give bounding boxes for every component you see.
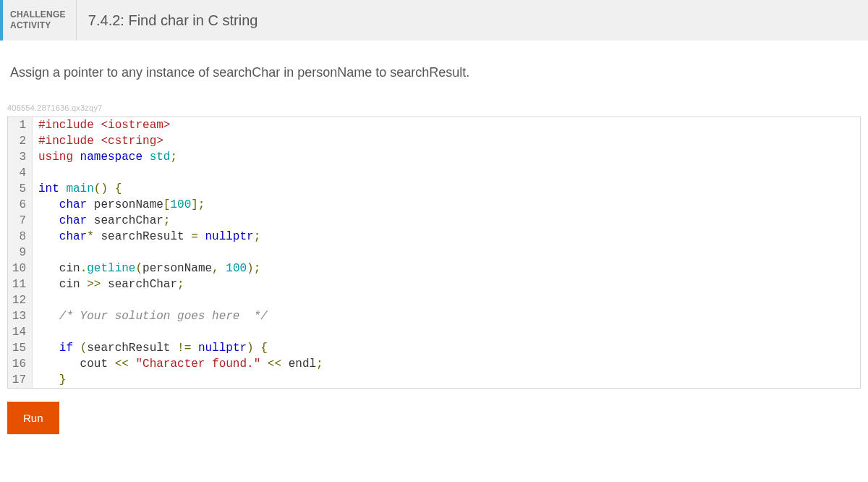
instructions-text: Assign a pointer to any instance of sear… bbox=[0, 41, 868, 103]
code-content[interactable]: cout << "Character found." << endl; bbox=[33, 356, 323, 372]
badge-line1: CHALLENGE bbox=[10, 9, 66, 20]
line-number: 9 bbox=[8, 245, 33, 261]
code-content[interactable] bbox=[33, 165, 38, 181]
code-content[interactable]: cin.getline(personName, 100); bbox=[33, 261, 260, 276]
code-line[interactable]: 14 bbox=[8, 324, 860, 340]
line-number: 14 bbox=[8, 324, 33, 340]
activity-title: 7.4.2: Find char in C string bbox=[77, 0, 258, 41]
code-line[interactable]: 10 cin.getline(personName, 100); bbox=[8, 261, 860, 276]
line-number: 6 bbox=[8, 197, 33, 213]
run-button[interactable]: Run bbox=[7, 402, 59, 434]
code-content[interactable]: char searchChar; bbox=[33, 213, 170, 229]
code-content[interactable]: int main() { bbox=[33, 181, 122, 197]
question-hash: 406554.2871636.qx3zqy7 bbox=[0, 103, 868, 117]
activity-container: CHALLENGE ACTIVITY 7.4.2: Find char in C… bbox=[0, 0, 868, 434]
code-content[interactable]: /* Your solution goes here */ bbox=[33, 308, 268, 324]
code-content[interactable]: #include <cstring> bbox=[33, 133, 163, 149]
line-number: 8 bbox=[8, 229, 33, 245]
code-content[interactable] bbox=[33, 324, 38, 340]
code-content[interactable] bbox=[33, 245, 38, 261]
code-content[interactable]: char personName[100]; bbox=[33, 197, 205, 213]
line-number: 15 bbox=[8, 340, 33, 356]
line-number: 11 bbox=[8, 276, 33, 292]
line-number: 2 bbox=[8, 133, 33, 149]
code-line[interactable]: 12 bbox=[8, 292, 860, 308]
code-content[interactable] bbox=[33, 292, 38, 308]
line-number: 7 bbox=[8, 213, 33, 229]
line-number: 1 bbox=[8, 117, 33, 133]
line-number: 16 bbox=[8, 356, 33, 372]
line-number: 5 bbox=[8, 181, 33, 197]
code-content[interactable]: cin >> searchChar; bbox=[33, 276, 184, 292]
line-number: 17 bbox=[8, 372, 33, 388]
line-number: 4 bbox=[8, 165, 33, 181]
code-line[interactable]: 16 cout << "Character found." << endl; bbox=[8, 356, 860, 372]
challenge-badge: CHALLENGE ACTIVITY bbox=[3, 0, 77, 41]
code-line[interactable]: 5int main() { bbox=[8, 181, 860, 197]
line-number: 3 bbox=[8, 149, 33, 165]
code-line[interactable]: 4 bbox=[8, 165, 860, 181]
line-number: 10 bbox=[8, 261, 33, 276]
code-line[interactable]: 9 bbox=[8, 245, 860, 261]
code-line[interactable]: 11 cin >> searchChar; bbox=[8, 276, 860, 292]
code-content[interactable]: char* searchResult = nullptr; bbox=[33, 229, 260, 245]
code-content[interactable]: if (searchResult != nullptr) { bbox=[33, 340, 268, 356]
badge-line2: ACTIVITY bbox=[10, 20, 66, 31]
code-line[interactable]: 3using namespace std; bbox=[8, 149, 860, 165]
code-line[interactable]: 7 char searchChar; bbox=[8, 213, 860, 229]
code-line[interactable]: 8 char* searchResult = nullptr; bbox=[8, 229, 860, 245]
code-line[interactable]: 13 /* Your solution goes here */ bbox=[8, 308, 860, 324]
code-line[interactable]: 6 char personName[100]; bbox=[8, 197, 860, 213]
code-content[interactable]: #include <iostream> bbox=[33, 117, 170, 133]
line-number: 12 bbox=[8, 292, 33, 308]
code-line[interactable]: 1#include <iostream> bbox=[8, 117, 860, 133]
code-line[interactable]: 2#include <cstring> bbox=[8, 133, 860, 149]
code-content[interactable]: using namespace std; bbox=[33, 149, 177, 165]
activity-header: CHALLENGE ACTIVITY 7.4.2: Find char in C… bbox=[0, 0, 868, 41]
code-editor[interactable]: 1#include <iostream>2#include <cstring>3… bbox=[7, 117, 861, 389]
line-number: 13 bbox=[8, 308, 33, 324]
code-line[interactable]: 17 } bbox=[8, 372, 860, 388]
code-content[interactable]: } bbox=[33, 372, 66, 388]
code-line[interactable]: 15 if (searchResult != nullptr) { bbox=[8, 340, 860, 356]
